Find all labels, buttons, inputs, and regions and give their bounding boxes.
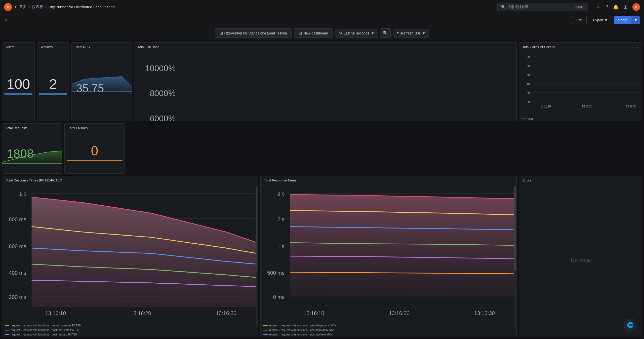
panel-fails-ps: Total Fails Per Second ⋮ 100 80 60 40 20… (519, 42, 642, 121)
refresh-button[interactable]: ↻ Refresh 30s ▼ (393, 29, 429, 37)
panel-workers: Workers 2 (37, 42, 69, 121)
response-times-legend-1: request - request with functions - get w… (261, 323, 516, 328)
share-chevron-button[interactable]: ▼ (631, 16, 640, 24)
users-value: 100 (7, 77, 30, 91)
chevron-down-icon: ▼ (604, 18, 608, 22)
apps-icon[interactable]: ⊞ (624, 4, 627, 10)
refresh-interval: 30s (415, 31, 421, 35)
response-times-svg: 2 s 2 s 1 s 500 ms 0 ms (261, 184, 516, 323)
plus-icon[interactable]: ＋ (596, 4, 600, 10)
scrollbar-rt[interactable] (514, 186, 516, 327)
svg-text:13:16:10: 13:16:10 (45, 310, 66, 316)
panel-total-failures: Total Failures 0 (64, 123, 125, 174)
panel-response-times-title: Total Response Times (261, 176, 516, 184)
no-data-label: No data (571, 257, 590, 263)
panel-fail-ratio: Total Fail Ratio 10000% 8000% 6000% 4000… (134, 42, 517, 121)
rps-chart (72, 71, 132, 121)
dropdown-icon[interactable]: ▼ (14, 5, 17, 9)
share-button[interactable]: Share (614, 16, 631, 24)
svg-text:13:16:20: 13:16:20 (582, 105, 592, 108)
home-link[interactable]: 首页 (19, 5, 27, 9)
svg-text:13:16:20: 13:16:20 (131, 310, 151, 316)
fails-ps-legend-label: total (528, 117, 533, 120)
panel-total-failures-content: 0 (65, 131, 125, 173)
svg-text:13:16:30: 13:16:30 (626, 105, 636, 108)
svg-text:13:16:30: 13:16:30 (216, 310, 236, 316)
svg-text:40: 40 (527, 82, 530, 86)
fails-ps-legend: total (519, 117, 642, 121)
search-placeholder: 搜索或跳转至... (507, 5, 532, 9)
svg-text:13:16:10: 13:16:10 (540, 105, 551, 108)
panel-users-content: 100 (2, 50, 34, 121)
panel-total-requests-title: Total Requests (2, 124, 62, 131)
avatar[interactable]: A (632, 3, 640, 11)
bell-icon[interactable]: 🔔 (613, 4, 619, 10)
svg-text:600 ms: 600 ms (9, 243, 26, 249)
svg-text:2 s: 2 s (277, 191, 285, 197)
panel-users: Users 100 (2, 42, 35, 121)
zoom-out-button[interactable]: 🔍 (380, 28, 391, 38)
middle-row: Total Requests 1808 Total Failures (2, 123, 642, 174)
page-title: HttpRunner for Distributed Load Testing (48, 5, 114, 9)
panel-workers-content: 2 (37, 50, 69, 121)
scrollbar-thumb-rt[interactable] (514, 186, 516, 271)
svg-text:2 s: 2 s (277, 216, 285, 222)
svg-text:80: 80 (527, 64, 530, 67)
panel-total-requests-content: 1808 (2, 131, 62, 173)
star-icon[interactable]: ☆ (4, 17, 8, 23)
tab-standalone-label: HttpRunner for Standalone Load Testing (224, 31, 287, 35)
svg-text:1 s: 1 s (19, 191, 26, 197)
refresh-icon: ↻ (396, 31, 399, 35)
clock-icon: ⏱ (339, 31, 342, 35)
spacer-middle (127, 123, 517, 174)
svg-text:10000%: 10000% (145, 64, 176, 73)
panel-errors-content: No data (519, 184, 642, 337)
svg-text:13:16:30: 13:16:30 (474, 310, 495, 316)
svg-marker-2 (72, 77, 132, 92)
workers-bar (39, 93, 67, 95)
workers-value: 2 (49, 77, 57, 91)
breadcrumb: 首页 > 仪表板 > HttpRunner for Distributed Lo… (19, 5, 115, 9)
panel-response-times-pct: Total Response Times (PCT95/PCT50) 1 s 8… (2, 176, 258, 337)
scrollbar-pct[interactable] (256, 186, 258, 327)
tab-new-dashboard[interactable]: ⊞ New dashboard (294, 28, 333, 38)
svg-text:500 ms: 500 ms (267, 270, 285, 276)
panel-workers-title: Workers (37, 43, 69, 50)
panel-response-times-pct-title: Total Response Times (PCT95/PCT50) (2, 176, 258, 184)
refresh-label: Refresh (401, 31, 413, 35)
panel-errors: Errors No data (519, 176, 642, 337)
fails-ps-legend-dot (521, 119, 526, 119)
svg-text:400 ms: 400 ms (9, 270, 26, 276)
translate-button[interactable]: 🌐 (624, 319, 636, 331)
bottom-row: Total Response Times (PCT95/PCT50) 1 s 8… (2, 176, 642, 337)
tab-new-dashboard-label: New dashboard (303, 31, 328, 35)
search-bar[interactable]: 🔍 搜索或跳转至... ctrl+k (497, 3, 588, 11)
time-range-label: Last 30 seconds (344, 31, 369, 35)
dashboards-link[interactable]: 仪表板 (32, 5, 43, 9)
svg-text:G: G (7, 5, 9, 8)
fail-ratio-svg: 10000% 8000% 6000% 4000% 2000% 0% 13:16:… (134, 50, 516, 121)
tab-standalone[interactable]: ⊞ HttpRunner for Standalone Load Testing (215, 28, 292, 38)
edit-button[interactable]: Edit (572, 16, 587, 24)
svg-text:0 ms: 0 ms (273, 294, 285, 300)
time-picker[interactable]: ⏱ Last 30 seconds ▼ (335, 29, 378, 37)
panel-response-times-chart: 2 s 2 s 1 s 500 ms 0 ms (261, 184, 516, 323)
panel-rps-title: Total RPS (72, 43, 132, 50)
top-row: Users 100 Workers 2 Total RPS 35.75 (2, 42, 642, 121)
response-times-pct-svg: 1 s 800 ms 600 ms 400 ms 200 ms (2, 184, 258, 323)
svg-text:0: 0 (528, 100, 530, 104)
panel-fail-ratio-chart: 10000% 8000% 6000% 4000% 2000% 0% 13:16:… (134, 50, 516, 121)
svg-text:8000%: 8000% (150, 89, 176, 98)
panel-rps: Total RPS 35.75 (71, 42, 132, 121)
svg-marker-33 (2, 151, 62, 163)
panel-menu-icon[interactable]: ⋮ (635, 45, 639, 50)
response-times-legend-2: request - request with functions - post … (261, 328, 516, 332)
help-icon[interactable]: ? (606, 4, 608, 10)
dashbar: ⊞ HttpRunner for Standalone Load Testing… (0, 26, 644, 40)
svg-text:60: 60 (527, 73, 530, 77)
scrollbar-thumb-pct[interactable] (256, 186, 257, 271)
response-times-legend-3: request - request with functions - post … (261, 332, 516, 337)
svg-text:800 ms: 800 ms (9, 216, 26, 222)
search-shortcut: ctrl+k (574, 5, 584, 9)
export-button[interactable]: Export ▼ (589, 16, 612, 24)
